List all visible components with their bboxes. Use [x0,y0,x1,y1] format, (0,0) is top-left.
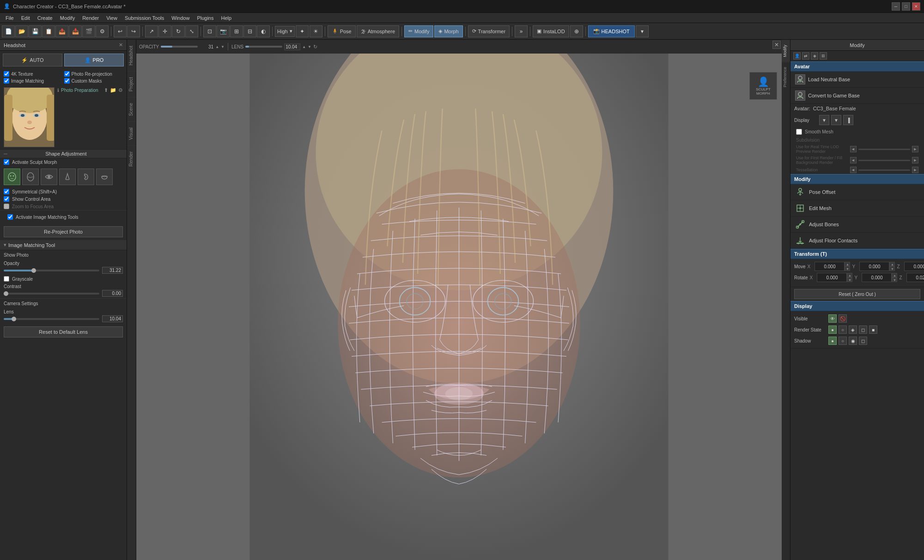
activate-sculpt-checkbox[interactable] [4,159,9,165]
lens-spin-down[interactable]: ▼ [308,45,311,49]
instalod-extra-button[interactable]: ⊕ [570,25,583,37]
rp-icon-1[interactable]: 👤 [793,52,801,60]
load-neutral-base-button[interactable]: Load Neutral Base [790,72,924,88]
undo-button[interactable]: ↩ [114,25,127,37]
smooth-mesh-checkbox[interactable] [796,129,802,135]
transformer-button[interactable]: ⟳ Transformer [468,25,510,37]
move-tool[interactable]: ✛ [158,25,171,37]
photo-preparation-link[interactable]: Photo Preparation [61,88,98,93]
render-vtab[interactable]: Render [127,145,136,172]
quality-dropdown[interactable]: High ▾ [275,26,295,37]
lens-slider-track[interactable] [4,318,99,320]
atmosphere-button[interactable]: 🌫 Atmosphere [357,25,399,37]
grayscale-checkbox[interactable] [4,276,9,282]
tab-pro[interactable]: 👤 PRO [64,54,124,66]
preference-side-tab[interactable]: Preference [782,62,790,92]
menu-submission-tools[interactable]: Submission Tools [121,13,168,23]
shadow-on-button[interactable]: ● [828,337,837,345]
instalod-button[interactable]: ▣ InstaLOD [533,25,569,37]
save-as-button[interactable]: 📋 [42,25,55,37]
symmetrical-checkbox[interactable] [4,189,9,194]
lens-refresh-icon[interactable]: ↻ [313,44,317,50]
rotate-y-up[interactable]: ▲ [892,273,897,277]
opacity-vp-track[interactable] [161,46,198,48]
renderbg-slider-inc[interactable]: ► [912,157,918,163]
contrast-value-input[interactable] [102,290,123,297]
zoom-focus-checkbox[interactable] [4,204,9,209]
mouth-tool-button[interactable] [96,169,113,185]
scale-tool[interactable]: ⤡ [185,25,198,37]
light-button[interactable]: ✦ [296,25,309,37]
display-btn-2[interactable]: ▼ [831,115,841,125]
reset-zero-out-button[interactable]: Reset ( Zero Out ) [794,289,920,299]
lens-slider-thumb[interactable] [12,317,16,321]
opacity-slider-thumb[interactable] [31,268,36,273]
headshot-button[interactable]: 📸 HEADSHOT [588,25,635,37]
render-extra-button[interactable]: ■ [869,325,877,334]
headshot-extra-button[interactable]: ▾ [636,25,649,37]
morph-button[interactable]: ◈ Morph [434,25,462,37]
menu-window[interactable]: Window [168,13,193,23]
scene-vtab[interactable]: Scene [127,97,136,121]
rotate-y-input[interactable] [862,273,892,282]
new-button[interactable]: 📄 [2,25,15,37]
photo-folder-icon[interactable]: 📁 [110,87,116,93]
visual-vtab[interactable]: Visual [127,121,136,145]
tess-slider-track[interactable] [858,169,911,171]
shadow-off-button[interactable]: ○ [839,337,847,345]
visible-hidden-button[interactable]: 🚫 [839,314,847,323]
custom-masks-check[interactable]: Custom Masks [64,78,123,84]
adjust-bones-button[interactable]: Adjust Bones [790,217,924,233]
move-x-down[interactable]: ▼ [845,266,850,271]
shadow-extra-button[interactable]: ◉ [849,337,857,345]
render-wire-button[interactable]: ○ [839,325,847,334]
shading-button[interactable]: ◐ [257,25,270,37]
nose-tool-button[interactable] [59,169,76,185]
custom-masks-checkbox[interactable] [64,78,70,84]
activate-image-matching-checkbox[interactable] [7,214,13,220]
menu-modify[interactable]: Modify [56,13,79,23]
visible-eye-button[interactable]: 👁 [828,314,837,323]
show-control-checkbox[interactable] [4,196,9,202]
open-button[interactable]: 📂 [15,25,28,37]
display-btn-1[interactable]: ▼ [819,115,829,125]
photo-upload-icon[interactable]: ⬆ [104,87,108,93]
redo-button[interactable]: ↪ [127,25,140,37]
headshot-panel-close[interactable]: ✕ [119,42,123,48]
maximize-button[interactable]: □ [902,2,910,11]
menu-create[interactable]: Create [34,13,56,23]
settings-button[interactable]: ⚙ [96,25,109,37]
image-matching-checkbox[interactable] [4,78,9,84]
adjust-floor-contacts-button[interactable]: Adjust Floor Contacts [790,233,924,249]
import-button[interactable]: 📥 [69,25,82,37]
render-solid-button[interactable]: ● [828,325,837,334]
realtime-slider-dec[interactable]: ◄ [850,146,857,152]
contrast-slider-track[interactable] [4,293,99,295]
move-y-up[interactable]: ▲ [889,262,895,266]
photo-settings-icon[interactable]: ⚙ [118,87,123,93]
sculpt-morph-badge[interactable]: 👤 SCULPTMORPH [749,72,777,100]
project-vtab[interactable]: Project [127,71,136,97]
image-matching-check[interactable]: Image Matching [4,78,63,84]
edit-mesh-button[interactable]: Edit Mesh [790,200,924,217]
grid-button[interactable]: ⊞ [230,25,243,37]
image-matching-tool-header[interactable]: ▾ Image Matching Tool [0,240,127,250]
menu-plugins[interactable]: Plugins [193,13,217,23]
move-x-up[interactable]: ▲ [845,262,850,266]
lens-vp-input[interactable] [284,43,300,50]
rotate-tool[interactable]: ↻ [172,25,185,37]
renderbg-slider-dec[interactable]: ◄ [850,157,857,163]
menu-edit[interactable]: Edit [18,13,34,23]
face-front-tool-button[interactable] [22,169,39,185]
lens-value-input[interactable] [102,315,123,322]
vp-spin-down[interactable]: ▼ [221,45,225,49]
shape-collapse-icon[interactable]: ─ [4,151,7,157]
rotate-x-up[interactable]: ▲ [847,273,852,277]
opacity-slider-track[interactable] [4,270,99,271]
rotate-y-down[interactable]: ▼ [892,277,897,282]
4k-texture-checkbox[interactable] [4,71,9,77]
rp-icon-3[interactable]: ◈ [811,52,818,60]
sun-button[interactable]: ☀ [310,25,322,37]
headshot-vtab[interactable]: Headshot [127,40,136,71]
opacity-value-input[interactable] [102,267,123,274]
